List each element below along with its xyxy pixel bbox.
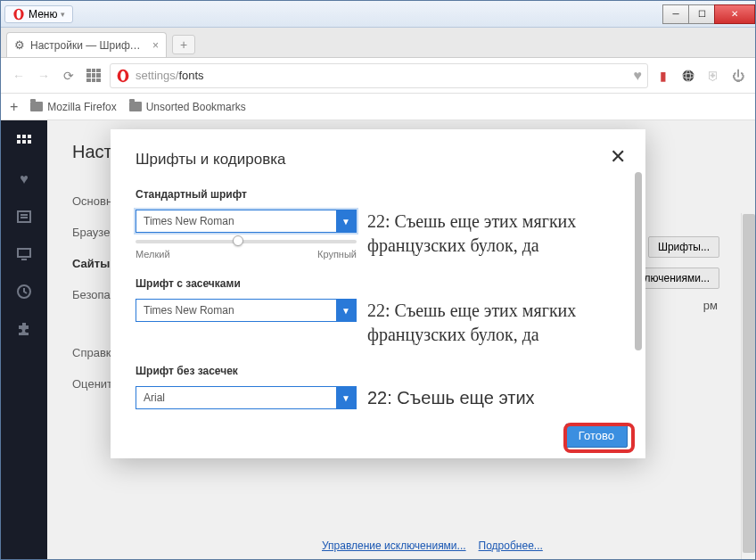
power-icon[interactable]: ⏻ <box>730 68 746 84</box>
modal-scrollbar[interactable] <box>635 172 642 405</box>
url-text[interactable]: settings/fonts <box>136 69 629 82</box>
tab-title: Настройки — Шрифты и... <box>30 39 144 52</box>
toolbar-right-icons: ▮ ⛨ ⏻ <box>655 68 746 84</box>
opera-favicon-icon <box>116 69 130 83</box>
slider-min-label: Мелкий <box>136 249 170 259</box>
reload-button[interactable]: ⟳ <box>60 67 78 85</box>
add-bookmark-button[interactable]: + <box>10 99 18 115</box>
bookmarks-bar: + Mozilla Firefox Unsorted Bookmarks <box>1 94 755 120</box>
modal-title: Шрифты и кодировка <box>136 151 620 169</box>
slider-thumb[interactable] <box>233 235 243 246</box>
modal-close-button[interactable]: ✕ <box>610 145 626 169</box>
app-window: Меню ▾ ─ ☐ ✕ ⚙ Настройки — Шрифты и... ×… <box>0 0 756 560</box>
svg-point-4 <box>683 70 694 81</box>
standard-font-preview: 22: Съешь еще этих мягких французских бу… <box>367 210 620 258</box>
bookmark-folder[interactable]: Unsorted Bookmarks <box>129 101 246 113</box>
address-bar: ← → ⟳ settings/fonts ♥ ▮ ⛨ ⏻ <box>1 58 755 94</box>
window-controls: ─ ☐ ✕ <box>663 4 755 24</box>
serif-font-preview: 22: Съешь еще этих мягких французских бу… <box>367 299 620 347</box>
tab-strip: ⚙ Настройки — Шрифты и... × + <box>1 28 755 58</box>
chevron-down-icon: ▼ <box>336 300 356 321</box>
tab-settings[interactable]: ⚙ Настройки — Шрифты и... × <box>6 32 167 57</box>
sans-font-select[interactable]: Arial ▼ <box>136 386 357 409</box>
shield-icon[interactable]: ⛨ <box>705 68 721 84</box>
modal-overlay: Шрифты и кодировка ✕ Стандартный шрифт T… <box>1 120 755 559</box>
close-window-button[interactable]: ✕ <box>714 4 755 24</box>
fonts-modal: Шрифты и кодировка ✕ Стандартный шрифт T… <box>111 129 645 458</box>
folder-icon <box>30 102 43 111</box>
scroll-thumb[interactable] <box>635 172 642 350</box>
new-tab-button[interactable]: + <box>172 35 195 54</box>
chevron-down-icon: ▾ <box>61 10 65 19</box>
maximize-button[interactable]: ☐ <box>688 4 715 24</box>
standard-font-section: Стандартный шрифт Times New Roman ▼ Мелк… <box>136 188 620 259</box>
back-button[interactable]: ← <box>10 67 28 85</box>
serif-font-section: Шрифт с засечками Times New Roman ▼ 22: … <box>136 277 620 347</box>
gear-icon: ⚙ <box>14 38 25 52</box>
menu-label: Меню <box>29 8 57 21</box>
serif-font-select[interactable]: Times New Roman ▼ <box>136 299 357 322</box>
bookmark-heart-icon[interactable]: ♥ <box>634 68 643 84</box>
sans-font-section: Шрифт без засечек Arial ▼ 22: Съешь еще … <box>136 365 620 410</box>
done-button[interactable]: Готово <box>565 424 628 448</box>
font-size-slider[interactable]: Мелкий Крупный <box>136 240 357 259</box>
opera-menu-button[interactable]: Меню ▾ <box>4 5 73 23</box>
standard-font-select[interactable]: Times New Roman ▼ <box>136 210 357 233</box>
minimize-button[interactable]: ─ <box>662 4 689 24</box>
folder-icon <box>129 102 142 111</box>
bookmark-folder[interactable]: Mozilla Firefox <box>30 101 116 113</box>
sans-font-label: Шрифт без засечек <box>136 365 620 377</box>
page-scrollbar[interactable] <box>741 213 755 559</box>
serif-font-label: Шрифт с засечками <box>136 277 620 290</box>
slider-max-label: Крупный <box>317 249 357 259</box>
svg-point-3 <box>120 70 126 80</box>
svg-point-1 <box>17 10 21 19</box>
grid-icon <box>86 69 101 83</box>
url-box[interactable]: settings/fonts ♥ <box>110 63 648 88</box>
tab-close-icon[interactable]: × <box>152 39 159 52</box>
titlebar: Меню ▾ ─ ☐ ✕ <box>1 1 755 28</box>
scroll-thumb[interactable] <box>743 214 755 553</box>
standard-font-label: Стандартный шрифт <box>136 188 620 201</box>
chevron-down-icon: ▼ <box>336 210 356 232</box>
chevron-down-icon: ▼ <box>336 387 356 408</box>
sidebar-toggle-icon[interactable]: ▮ <box>655 68 671 84</box>
speed-dial-button[interactable] <box>85 67 103 85</box>
opera-logo-icon <box>12 8 25 21</box>
content-area: ♥ Настройки Основные Браузер Сайты Безоп… <box>1 120 755 559</box>
sans-font-preview: 22: Съешь еще этих <box>367 386 620 410</box>
forward-button[interactable]: → <box>35 67 53 85</box>
globe-icon[interactable] <box>680 68 696 84</box>
